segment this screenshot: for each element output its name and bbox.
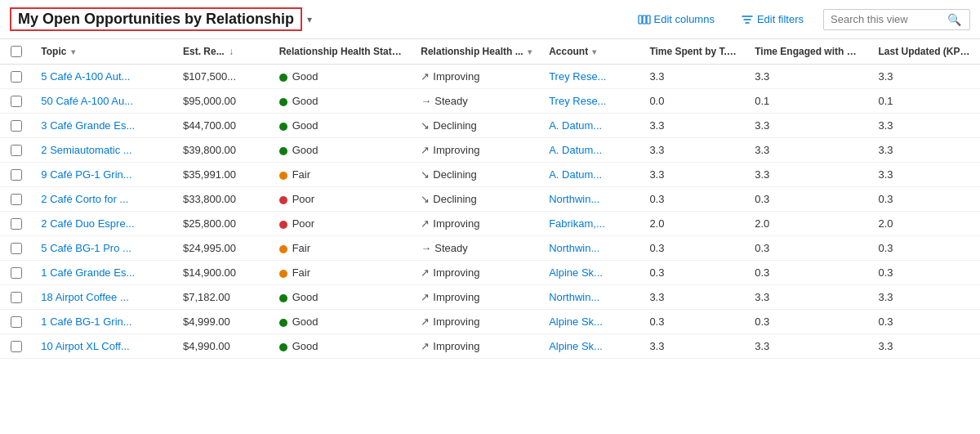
row-topic[interactable]: 10 Airpot XL Coff... — [33, 334, 175, 359]
topic-link[interactable]: 2 Café Corto for ... — [41, 193, 128, 205]
account-link[interactable]: Trey Rese... — [549, 70, 606, 83]
row-rel-health: ↘Declining — [412, 163, 541, 187]
row-account[interactable]: A. Datum... — [541, 163, 641, 187]
topic-link[interactable]: 5 Café BG-1 Pro ... — [41, 242, 131, 254]
col-header-last-updated[interactable]: Last Updated (KPI) ▾ — [870, 39, 980, 65]
row-topic[interactable]: 1 Café Grande Es... — [33, 261, 175, 285]
col-header-time-spent[interactable]: Time Spent by T... ▾ — [641, 39, 746, 65]
row-checkbox[interactable] — [11, 316, 22, 328]
row-account[interactable]: Alpine Sk... — [541, 334, 641, 359]
row-checkbox[interactable] — [11, 243, 22, 254]
topic-link[interactable]: 1 Café Grande Es... — [41, 266, 135, 279]
row-topic[interactable]: 18 Airpot Coffee ... — [33, 285, 175, 310]
col-header-rel-health[interactable]: Relationship Health ... ▾ — [412, 39, 541, 65]
row-time-engaged: 0.3 — [746, 310, 870, 334]
row-time-spent: 3.3 — [641, 138, 746, 163]
account-link[interactable]: Northwin... — [549, 193, 599, 205]
row-last-updated: 0.3 — [870, 236, 980, 261]
row-time-engaged: 3.3 — [746, 138, 870, 163]
row-account[interactable]: Northwin... — [541, 285, 641, 310]
account-link[interactable]: Fabrikam,... — [549, 217, 605, 230]
account-link[interactable]: Northwin... — [549, 291, 599, 303]
topic-link[interactable]: 2 Café Duo Espre... — [41, 217, 134, 230]
topic-link[interactable]: 1 Café BG-1 Grin... — [41, 315, 131, 328]
rel-health-arrow-icon: → — [421, 242, 431, 254]
row-topic[interactable]: 5 Café A-100 Aut... — [33, 65, 175, 89]
page-container: My Open Opportunities by Relationship ▾ … — [0, 0, 980, 434]
row-topic[interactable]: 50 Café A-100 Au... — [33, 89, 175, 114]
row-topic[interactable]: 1 Café BG-1 Grin... — [33, 310, 175, 334]
topic-link[interactable]: 18 Airpot Coffee ... — [41, 291, 128, 303]
topic-link[interactable]: 2 Semiautomatic ... — [41, 144, 131, 156]
row-rel-health: ↗Improving — [412, 261, 541, 285]
account-link[interactable]: A. Datum... — [549, 144, 602, 156]
row-est-revenue: $4,999.00 — [175, 310, 271, 334]
row-checkbox[interactable] — [11, 96, 22, 107]
row-topic[interactable]: 2 Semiautomatic ... — [33, 138, 175, 163]
row-checkbox[interactable] — [11, 218, 22, 230]
row-account[interactable]: Alpine Sk... — [541, 310, 641, 334]
row-checkbox[interactable] — [11, 341, 22, 352]
row-checkbox[interactable] — [11, 292, 22, 303]
row-rel-health: ↗Improving — [412, 285, 541, 310]
row-health-state: Good — [271, 334, 413, 359]
health-dot-icon — [279, 221, 287, 229]
row-account[interactable]: Trey Rese... — [541, 89, 641, 114]
row-checkbox[interactable] — [11, 145, 22, 156]
row-time-spent: 3.3 — [641, 114, 746, 138]
topic-link[interactable]: 10 Airpot XL Coff... — [41, 340, 129, 352]
title-dropdown-chevron[interactable]: ▾ — [307, 14, 312, 25]
edit-columns-button[interactable]: Edit columns — [631, 10, 721, 29]
row-account[interactable]: A. Datum... — [541, 114, 641, 138]
row-checkbox[interactable] — [11, 120, 22, 132]
col-header-time-engaged[interactable]: Time Engaged with Cust... ▾ — [746, 39, 870, 65]
row-account[interactable]: Northwin... — [541, 236, 641, 261]
row-account[interactable]: Fabrikam,... — [541, 212, 641, 236]
row-checkbox-cell — [0, 89, 33, 114]
table-row: 10 Airpot XL Coff...$4,990.00Good↗Improv… — [0, 334, 980, 359]
row-checkbox[interactable] — [11, 267, 22, 279]
health-dot-icon — [279, 123, 287, 131]
row-checkbox[interactable] — [11, 71, 22, 83]
topic-link[interactable]: 9 Café PG-1 Grin... — [41, 168, 131, 181]
row-checkbox[interactable] — [11, 169, 22, 181]
row-topic[interactable]: 3 Café Grande Es... — [33, 114, 175, 138]
col-header-est-revenue[interactable]: Est. Re... ↓ — [175, 39, 271, 65]
account-link[interactable]: A. Datum... — [549, 119, 602, 132]
row-account[interactable]: Trey Rese... — [541, 65, 641, 89]
health-dot-icon — [279, 294, 287, 302]
topic-link[interactable]: 5 Café A-100 Aut... — [41, 70, 130, 83]
row-account[interactable]: A. Datum... — [541, 138, 641, 163]
row-account[interactable]: Northwin... — [541, 187, 641, 212]
account-link[interactable]: A. Datum... — [549, 168, 602, 181]
row-topic[interactable]: 9 Café PG-1 Grin... — [33, 163, 175, 187]
health-dot-icon — [279, 74, 287, 82]
row-last-updated: 0.3 — [870, 187, 980, 212]
row-checkbox-cell — [0, 261, 33, 285]
health-dot-icon — [279, 172, 287, 180]
row-rel-health: ↘Declining — [412, 114, 541, 138]
row-time-engaged: 3.3 — [746, 285, 870, 310]
topic-link[interactable]: 3 Café Grande Es... — [41, 119, 135, 132]
topic-link[interactable]: 50 Café A-100 Au... — [41, 95, 133, 107]
select-all-checkbox[interactable] — [11, 46, 22, 57]
row-topic[interactable]: 5 Café BG-1 Pro ... — [33, 236, 175, 261]
account-link[interactable]: Alpine Sk... — [549, 315, 603, 328]
edit-filters-button[interactable]: Edit filters — [734, 10, 810, 29]
col-header-topic[interactable]: Topic ▾ — [33, 39, 175, 65]
account-link[interactable]: Trey Rese... — [549, 95, 606, 107]
account-link[interactable]: Alpine Sk... — [549, 340, 603, 352]
row-account[interactable]: Alpine Sk... — [541, 261, 641, 285]
row-health-state: Good — [271, 114, 413, 138]
row-topic[interactable]: 2 Café Duo Espre... — [33, 212, 175, 236]
row-checkbox[interactable] — [11, 194, 22, 205]
col-header-health-state[interactable]: Relationship Health State (KPI) ▾ — [271, 39, 413, 65]
account-link[interactable]: Northwin... — [549, 242, 599, 254]
account-link[interactable]: Alpine Sk... — [549, 266, 603, 279]
row-last-updated: 0.3 — [870, 310, 980, 334]
col-header-account[interactable]: Account ▾ — [541, 39, 641, 65]
search-icon-button[interactable]: 🔍 — [946, 13, 963, 26]
search-input[interactable] — [831, 13, 946, 25]
row-topic[interactable]: 2 Café Corto for ... — [33, 187, 175, 212]
row-time-engaged: 0.3 — [746, 236, 870, 261]
